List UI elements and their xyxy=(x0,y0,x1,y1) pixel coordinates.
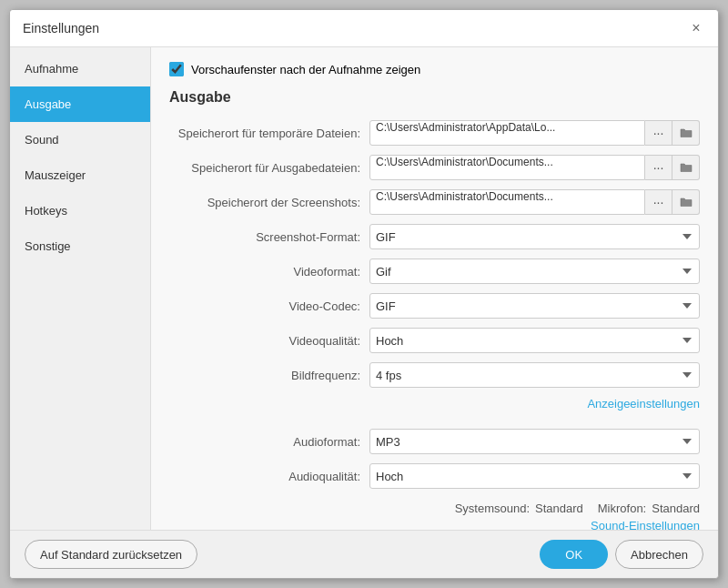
sidebar-item-mauszeiger[interactable]: Mauszeiger xyxy=(10,157,150,193)
videoqualitaet-label: Videoqualität: xyxy=(169,334,369,348)
temp-files-control: C:\Users\Administrator\AppData\Lo... ··· xyxy=(369,120,700,146)
temp-files-folder-button[interactable] xyxy=(672,120,700,146)
audioqualitaet-row: Audioqualität: Hoch xyxy=(169,463,700,489)
preview-checkbox-label: Vorschaufenster nach der Aufnahme zeigen xyxy=(191,63,420,76)
sidebar-item-ausgabe[interactable]: Ausgabe xyxy=(10,86,150,122)
audioformat-control: MP3 xyxy=(369,429,700,454)
anzeige-link-row: Anzeigeeinstellungen xyxy=(169,397,700,411)
preview-checkbox-row: Vorschaufenster nach der Aufnahme zeigen xyxy=(169,58,700,76)
screenshots-row: Speicherort der Screenshots: C:\Users\Ad… xyxy=(169,189,700,215)
video-codec-label: Video-Codec: xyxy=(169,299,369,313)
temp-files-row: Speicherort für temporäre Dateien: C:\Us… xyxy=(169,120,700,146)
videoqualitaet-row: Videoqualität: Hoch xyxy=(169,328,700,353)
bildfrequenz-select[interactable]: 4 fps xyxy=(369,362,700,388)
videoformat-row: Videoformat: Gif xyxy=(169,259,700,284)
audioformat-select[interactable]: MP3 xyxy=(369,429,700,454)
output-files-dots-button[interactable]: ··· xyxy=(645,155,672,180)
section-title: Ausgabe xyxy=(169,89,700,106)
screenshots-label: Speicherort der Screenshots: xyxy=(169,196,369,209)
bildfrequenz-control: 4 fps xyxy=(369,362,700,388)
videoformat-select[interactable]: Gif xyxy=(369,259,700,284)
folder-icon xyxy=(680,127,693,138)
output-files-row: Speicherort für Ausgabedateien: C:\Users… xyxy=(169,155,700,180)
bildfrequenz-label: Bildfrequenz: xyxy=(169,369,369,382)
mikrofon-label: Mikrofon: xyxy=(598,502,646,515)
screenshots-input[interactable]: C:\Users\Administrator\Documents... xyxy=(369,189,645,215)
systemsound-value: Standard xyxy=(535,502,583,515)
action-buttons: OK Abbrechen xyxy=(540,540,703,569)
screenshot-format-row: Screenshot-Format: GIF xyxy=(169,224,700,249)
sidebar-item-hotkeys[interactable]: Hotkeys xyxy=(10,193,150,228)
output-files-label: Speicherort für Ausgabedateien: xyxy=(169,161,369,175)
systemsound-label: Systemsound: xyxy=(455,502,530,515)
close-button[interactable]: × xyxy=(687,19,705,37)
cancel-button[interactable]: Abbrechen xyxy=(615,540,703,569)
mikrofon-value: Standard xyxy=(652,502,700,515)
sidebar: Aufnahme Ausgabe Sound Mauszeiger Hotkey… xyxy=(10,47,151,530)
audioformat-label: Audioformat: xyxy=(169,435,369,449)
anzeige-link[interactable]: Anzeigeeinstellungen xyxy=(587,397,700,411)
main-inner: Vorschaufenster nach der Aufnahme zeigen… xyxy=(151,47,718,530)
screenshot-format-control: GIF xyxy=(369,224,700,249)
screenshots-folder-button[interactable] xyxy=(672,189,700,215)
main-panel: Vorschaufenster nach der Aufnahme zeigen… xyxy=(151,47,718,530)
screenshots-dots-button[interactable]: ··· xyxy=(645,189,672,215)
videoformat-label: Videoformat: xyxy=(169,265,369,279)
screenshot-format-label: Screenshot-Format: xyxy=(169,230,369,244)
bildfrequenz-row: Bildfrequenz: 4 fps xyxy=(169,362,700,388)
sidebar-item-aufnahme[interactable]: Aufnahme xyxy=(10,51,150,86)
folder-icon xyxy=(680,162,693,173)
temp-files-input[interactable]: C:\Users\Administrator\AppData\Lo... xyxy=(369,120,645,146)
sidebar-item-sonstige[interactable]: Sonstige xyxy=(10,228,150,264)
preview-checkbox[interactable] xyxy=(169,62,184,76)
temp-files-dots-button[interactable]: ··· xyxy=(645,120,672,146)
video-codec-control: GIF xyxy=(369,293,700,319)
reset-button[interactable]: Auf Standard zurücksetzen xyxy=(25,540,197,569)
audioqualitaet-label: Audioqualität: xyxy=(169,470,369,483)
audioformat-row: Audioformat: MP3 xyxy=(169,429,700,454)
title-bar: Einstellungen × xyxy=(10,10,718,47)
screenshot-format-select[interactable]: GIF xyxy=(369,224,700,249)
audioqualitaet-control: Hoch xyxy=(369,463,700,489)
output-files-control: C:\Users\Administrator\Documents... ··· xyxy=(369,155,700,180)
systemsound-status: Systemsound: Standard xyxy=(455,502,583,515)
mikrofon-status: Mikrofon: Standard xyxy=(598,502,700,515)
screenshots-control: C:\Users\Administrator\Documents... ··· xyxy=(369,189,700,215)
video-codec-select[interactable]: GIF xyxy=(369,293,700,319)
folder-icon xyxy=(680,197,693,208)
dialog-title: Einstellungen xyxy=(23,21,99,35)
videoformat-control: Gif xyxy=(369,259,700,284)
main-scroll: Vorschaufenster nach der Aufnahme zeigen… xyxy=(151,47,718,530)
videoqualitaet-select[interactable]: Hoch xyxy=(369,328,700,353)
ok-button[interactable]: OK xyxy=(540,540,608,569)
videoqualitaet-control: Hoch xyxy=(369,328,700,353)
sound-settings-link[interactable]: Sound-Einstellungen xyxy=(591,519,700,530)
audioqualitaet-select[interactable]: Hoch xyxy=(369,463,700,489)
output-files-folder-button[interactable] xyxy=(672,155,700,180)
sidebar-item-sound[interactable]: Sound xyxy=(10,122,150,157)
temp-files-label: Speicherort für temporäre Dateien: xyxy=(169,127,369,140)
sound-link-row: Sound-Einstellungen xyxy=(169,519,700,530)
content-area: Aufnahme Ausgabe Sound Mauszeiger Hotkey… xyxy=(10,47,718,530)
bottom-bar: Auf Standard zurücksetzen OK Abbrechen xyxy=(10,530,718,578)
video-codec-row: Video-Codec: GIF xyxy=(169,293,700,319)
output-files-input[interactable]: C:\Users\Administrator\Documents... xyxy=(369,155,645,180)
dialog: Einstellungen × Aufnahme Ausgabe Sound M… xyxy=(9,9,719,579)
audio-status-row: Systemsound: Standard Mikrofon: Standard xyxy=(169,498,700,519)
